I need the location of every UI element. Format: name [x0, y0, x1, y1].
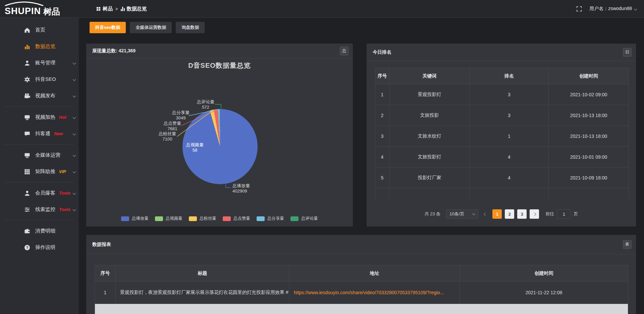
video-link[interactable]: https://www.iesdouyin.com/share/video/70…	[294, 290, 444, 295]
chevron-down-icon	[634, 7, 637, 10]
sidebar-item-label: 抖音SEO	[35, 76, 56, 83]
legend-item[interactable]: 总视频量	[155, 216, 182, 221]
fullscreen-icon[interactable]	[576, 6, 582, 12]
empty-cell	[375, 188, 389, 200]
legend-swatch	[223, 216, 231, 221]
sidebar-item-1[interactable]: 首页	[0, 22, 79, 38]
legend-item[interactable]: 总评论量	[290, 216, 318, 221]
legend-label: 总粉丝量	[200, 216, 216, 221]
page-button-2[interactable]: 2	[505, 209, 514, 219]
pie-label-fans: 总粉丝量7100	[153, 131, 181, 142]
table-cell: 1	[470, 126, 549, 147]
logo[interactable]: SHUPIN 树品	[0, 0, 79, 18]
sidebar-item-3[interactable]: 账号管理	[0, 55, 79, 71]
table-cell: 文旅投影	[389, 105, 470, 126]
goto-page-input[interactable]	[557, 209, 571, 219]
ranking-table: 序号关键词排名创建时间1景观投影灯32021-10-02 09:002文旅投影3…	[375, 68, 629, 200]
tab-1[interactable]: 抖音seo数据	[90, 22, 126, 33]
table-cell: 1	[375, 84, 389, 105]
sidebar-item-13[interactable]: ?操作说明	[0, 239, 79, 256]
chevron-down-icon	[73, 132, 76, 136]
tab-2[interactable]: 全媒体运营数据	[130, 22, 172, 33]
sidebar-item-badge: VIP	[59, 169, 66, 174]
sidebar-item-10[interactable]: 会员爆客Tools	[0, 185, 79, 201]
chevron-down-icon	[73, 154, 76, 157]
report-title: 数据报表	[92, 242, 111, 248]
sidebar-item-12[interactable]: 消费明细	[0, 223, 79, 239]
column-header: 序号	[375, 68, 389, 84]
next-page-button[interactable]	[530, 209, 539, 219]
breadcrumb-item-current[interactable]: 数据总览	[121, 6, 147, 12]
total-view-button[interactable]: 总	[340, 47, 348, 55]
day-view-button[interactable]: 日	[623, 48, 632, 57]
legend-label: 总视频量	[166, 216, 182, 221]
table-cell: 2	[375, 105, 389, 126]
sidebar-item-8[interactable]: 全媒体运营	[0, 147, 79, 163]
pie-graphic[interactable]	[182, 109, 258, 184]
sidebar-item-label: 操作说明	[35, 244, 55, 251]
chevron-down-icon	[73, 78, 76, 81]
user-icon	[23, 190, 31, 197]
legend-item[interactable]: 总播放量	[121, 216, 149, 221]
sidebar-item-badge: Tools	[59, 207, 70, 212]
sidebar-divider	[5, 144, 74, 145]
table-cell: 3	[375, 126, 389, 147]
app-window: SHUPIN 树品 树品 > 数据总览 用户名：zswodun88 首页数据	[0, 0, 644, 314]
pagination-total: 共 23 条	[425, 211, 441, 217]
grid-icon	[23, 168, 31, 175]
sidebar-item-11[interactable]: 线索监控Tools	[0, 201, 79, 218]
table-cell: 5	[375, 167, 389, 188]
legend-item[interactable]: 总分享量	[257, 216, 284, 221]
table-cell: 4	[470, 167, 549, 188]
column-header: 标题	[116, 265, 289, 281]
table-cell: 2021-11-22 12:08	[460, 281, 628, 304]
empty-cell	[389, 188, 470, 200]
video-icon	[23, 92, 31, 100]
breadcrumb-separator: >	[115, 6, 118, 11]
tab-3[interactable]: 询盘数据	[176, 22, 205, 33]
username-label: 用户名：zswodun88	[589, 6, 632, 12]
legend-label: 总点赞量	[233, 216, 250, 221]
sidebar-item-9[interactable]: 矩阵助推VIP	[0, 163, 79, 180]
table-cell: 投影灯厂家	[389, 167, 470, 188]
table-cell[interactable]: https://www.iesdouyin.com/share/video/70…	[289, 281, 460, 304]
table-cell: 2021-10-13 18:00	[549, 105, 629, 126]
chart-panel-header: 展现量总数: 421,369 总	[86, 44, 353, 58]
wallet-icon	[23, 227, 31, 235]
report-panel-header: 数据报表 表	[86, 235, 636, 254]
sidebar: 首页数据总览账号管理抖音SEO视频发布视频加热Hot抖客通New全媒体运营矩阵助…	[0, 18, 79, 314]
logo-text-en: SHUPIN	[5, 7, 41, 16]
breadcrumb-item-home[interactable]: 树品	[96, 6, 113, 12]
table-cell: 景观投影灯	[389, 84, 470, 105]
column-header: 地址	[289, 265, 460, 281]
table-cell: 文旅水纹灯	[389, 126, 470, 147]
sidebar-item-5[interactable]: 视频发布	[0, 88, 79, 104]
bar-chart-icon	[121, 7, 125, 11]
sidebar-item-label: 消费明细	[35, 228, 55, 234]
page-button-1[interactable]: 1	[492, 209, 502, 219]
sidebar-item-label: 会员爆客	[35, 190, 55, 196]
pie-label-comments: 总评论量572	[189, 99, 222, 110]
sidebar-item-4[interactable]: 抖音SEO	[0, 71, 79, 88]
logo-arc	[4, 1, 44, 6]
legend-label: 总评论量	[301, 216, 318, 221]
table-cell: 景观投影灯，夜游景观投影灯厂家展示展示落花灯在花园里的灯光投影应用效果 #	[116, 281, 289, 304]
sidebar-item-2[interactable]: 数据总览	[0, 38, 79, 55]
sidebar-item-label: 全媒体运营	[35, 152, 60, 158]
chevron-down-icon	[73, 116, 76, 119]
table-cell: 1	[95, 281, 116, 304]
grid-mini-icon	[96, 7, 101, 11]
user-menu[interactable]: 用户名：zswodun88	[589, 6, 637, 12]
display-icon	[23, 152, 31, 159]
legend-swatch	[257, 216, 265, 221]
legend-item[interactable]: 总点赞量	[223, 216, 250, 221]
prev-page-button[interactable]	[481, 209, 489, 219]
page-button-3[interactable]: 3	[517, 209, 527, 219]
legend-item[interactable]: 总粉丝量	[189, 216, 216, 221]
sidebar-item-label: 线索监控	[35, 206, 55, 213]
sidebar-item-6[interactable]: 视频加热Hot	[0, 109, 79, 125]
sidebar-item-7[interactable]: 抖客通New	[0, 125, 79, 142]
page-size-select[interactable]: 10条/页	[446, 209, 478, 219]
chevron-down-icon	[73, 94, 76, 98]
table-view-button[interactable]: 表	[623, 240, 632, 249]
